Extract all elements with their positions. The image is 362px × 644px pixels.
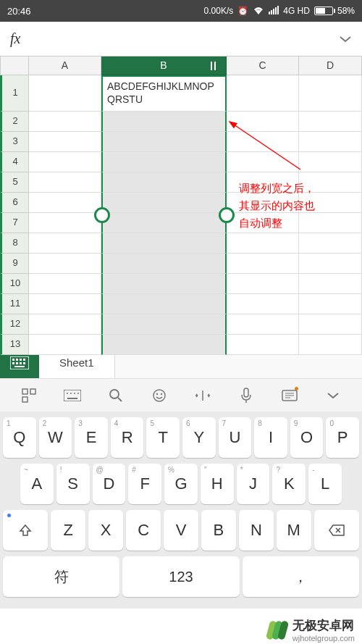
key-j[interactable]: *J xyxy=(237,464,270,504)
selection-handle-right[interactable] xyxy=(219,207,235,223)
select-all-corner[interactable] xyxy=(0,57,29,75)
cell[interactable] xyxy=(227,75,299,112)
search-icon[interactable] xyxy=(103,382,129,409)
key-u[interactable]: 7U xyxy=(219,417,252,458)
row-header[interactable]: 7 xyxy=(0,213,29,233)
cell[interactable] xyxy=(101,294,227,314)
row-header[interactable]: 13 xyxy=(0,335,29,355)
cell[interactable] xyxy=(101,172,227,193)
key-o[interactable]: 9O xyxy=(290,417,324,458)
cell[interactable] xyxy=(29,233,101,254)
row-header[interactable]: 3 xyxy=(0,132,29,152)
key-y[interactable]: 6Y xyxy=(182,417,216,458)
key-v[interactable]: V xyxy=(164,510,198,551)
cell[interactable] xyxy=(101,112,227,132)
row-header[interactable]: 4 xyxy=(0,152,29,172)
cell[interactable] xyxy=(299,274,362,294)
cell[interactable] xyxy=(299,314,362,335)
key-b[interactable]: B xyxy=(201,510,236,551)
row-header[interactable]: 5 xyxy=(0,172,29,193)
cell[interactable] xyxy=(29,152,101,172)
emoji-icon[interactable] xyxy=(146,382,172,409)
row-header[interactable]: 11 xyxy=(0,294,29,314)
cell[interactable] xyxy=(299,132,362,152)
cell[interactable] xyxy=(29,294,101,314)
cell[interactable] xyxy=(227,274,299,294)
key-l[interactable]: -L xyxy=(308,464,342,504)
col-header-a[interactable]: A xyxy=(29,57,101,75)
cell[interactable] xyxy=(29,193,101,213)
key-e[interactable]: 3E xyxy=(75,417,108,458)
cell[interactable] xyxy=(227,233,299,254)
cell[interactable] xyxy=(101,193,227,213)
selection-handle-left[interactable] xyxy=(94,207,110,223)
key-q[interactable]: 1Q xyxy=(3,417,36,458)
column-resize-handle[interactable] xyxy=(211,62,216,70)
row-header[interactable]: 6 xyxy=(0,193,29,213)
cell[interactable] xyxy=(29,112,101,132)
row-header[interactable]: 12 xyxy=(0,314,29,335)
cell[interactable] xyxy=(101,254,227,274)
cell[interactable] xyxy=(299,294,362,314)
row-header[interactable]: 1 xyxy=(0,75,29,112)
cell[interactable] xyxy=(29,75,101,112)
cell[interactable] xyxy=(29,132,101,152)
key-w[interactable]: 2W xyxy=(39,417,72,458)
key-i[interactable]: 8I xyxy=(254,417,287,458)
cell[interactable] xyxy=(29,172,101,193)
cell[interactable] xyxy=(101,335,227,355)
key-f[interactable]: #F xyxy=(128,464,161,504)
col-header-d[interactable]: D xyxy=(299,57,362,75)
cell[interactable] xyxy=(101,274,227,294)
row-header[interactable]: 9 xyxy=(0,254,29,274)
cell[interactable] xyxy=(227,314,299,335)
comma-key[interactable]: ， xyxy=(243,556,359,597)
key-x[interactable]: X xyxy=(88,510,123,551)
cell[interactable] xyxy=(299,233,362,254)
microphone-icon[interactable] xyxy=(233,382,259,409)
cell[interactable] xyxy=(299,254,362,274)
key-d[interactable]: @D xyxy=(93,464,126,504)
key-p[interactable]: 0P xyxy=(326,417,359,458)
clipboard-icon[interactable] xyxy=(277,382,303,409)
row-header[interactable]: 10 xyxy=(0,274,29,294)
key-k[interactable]: ?K xyxy=(272,464,306,504)
key-t[interactable]: 5T xyxy=(146,417,180,458)
number-key[interactable]: 123 xyxy=(122,556,239,597)
spreadsheet[interactable]: A B C D 1 2 3 4 5 6 7 8 9 10 11 12 13 AB… xyxy=(0,57,362,346)
cell[interactable] xyxy=(227,294,299,314)
cell[interactable] xyxy=(29,314,101,335)
key-h[interactable]: "H xyxy=(201,464,234,504)
cell-b1[interactable]: ABCDEFGHIJKLMNOPQRSTU xyxy=(101,75,227,112)
cell[interactable] xyxy=(227,335,299,355)
chevron-down-icon[interactable] xyxy=(320,382,346,409)
cell[interactable] xyxy=(101,132,227,152)
cell[interactable] xyxy=(101,233,227,254)
key-m[interactable]: M xyxy=(277,510,311,551)
col-header-b[interactable]: B xyxy=(101,57,227,75)
keyboard-icon[interactable] xyxy=(59,382,85,409)
cell[interactable] xyxy=(29,335,101,355)
cell[interactable] xyxy=(227,254,299,274)
key-z[interactable]: Z xyxy=(51,510,85,551)
backspace-key[interactable] xyxy=(314,510,359,551)
cell[interactable] xyxy=(29,274,101,294)
row-header[interactable]: 8 xyxy=(0,233,29,254)
cell[interactable] xyxy=(29,254,101,274)
cell[interactable] xyxy=(101,314,227,335)
key-c[interactable]: C xyxy=(126,510,161,551)
key-s[interactable]: !S xyxy=(56,464,90,504)
symbol-key[interactable]: 符 xyxy=(3,556,119,597)
key-n[interactable]: N xyxy=(239,510,274,551)
formula-bar[interactable]: fx xyxy=(0,22,362,57)
grid-icon[interactable] xyxy=(16,382,42,409)
key-a[interactable]: ~A xyxy=(20,464,54,504)
cell[interactable] xyxy=(101,213,227,233)
key-g[interactable]: %G xyxy=(164,464,198,504)
cell[interactable] xyxy=(29,213,101,233)
cell[interactable] xyxy=(299,152,362,172)
row-header[interactable]: 2 xyxy=(0,112,29,132)
shift-key[interactable] xyxy=(3,510,48,551)
cell[interactable] xyxy=(299,75,362,112)
col-header-c[interactable]: C xyxy=(227,57,299,75)
